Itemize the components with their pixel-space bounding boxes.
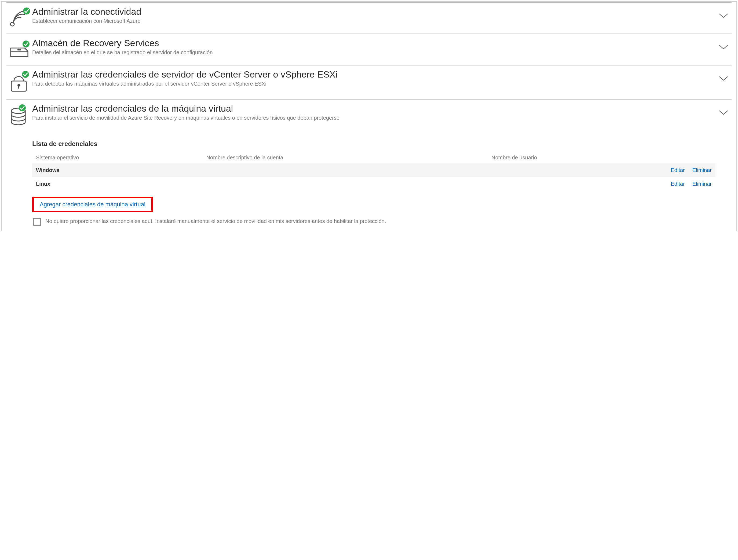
col-os: Sistema operativo (32, 152, 203, 163)
lock-icon (6, 69, 32, 93)
vault-icon (6, 38, 32, 59)
svg-rect-6 (18, 86, 19, 88)
section-vault[interactable]: Almacén de Recovery Services Detalles de… (6, 34, 732, 65)
vm-credentials-content: Lista de credenciales Sistema operativo … (32, 140, 715, 226)
opt-out-row: No quiero proporcionar las credenciales … (32, 217, 715, 226)
svg-point-7 (22, 71, 29, 78)
credentials-table: Sistema operativo Nombre descriptivo de … (32, 152, 715, 191)
section-vm-credentials[interactable]: Administrar las credenciales de la máqui… (6, 99, 732, 129)
connectivity-subtitle: Establecer comunicación con Microsoft Az… (32, 17, 713, 24)
cell-os: Linux (32, 177, 203, 191)
expand-collapse-icon[interactable] (715, 6, 732, 18)
cell-user (488, 177, 667, 191)
svg-point-0 (10, 22, 14, 26)
table-row: Linux Editar Eliminar (32, 177, 715, 191)
svg-point-1 (23, 8, 30, 14)
credentials-list-title: Lista de credenciales (32, 140, 715, 147)
svg-point-9 (19, 104, 26, 111)
vault-subtitle: Detalles del almacén en el que se ha reg… (32, 49, 713, 56)
config-panel: Administrar la conectividad Establecer c… (1, 1, 737, 231)
cell-os: Windows (32, 163, 203, 177)
svg-rect-2 (17, 49, 21, 50)
vcenter-title: Administrar las credenciales de servidor… (32, 69, 713, 80)
svg-point-3 (23, 40, 29, 47)
col-friendly: Nombre descriptivo de la cuenta (203, 152, 488, 163)
delete-link[interactable]: Eliminar (689, 163, 715, 177)
section-vcenter-credentials[interactable]: Administrar las credenciales de servidor… (6, 65, 732, 99)
connectivity-icon (6, 6, 32, 28)
opt-out-checkbox[interactable] (33, 218, 41, 226)
section-connectivity[interactable]: Administrar la conectividad Establecer c… (6, 2, 732, 34)
table-row: Windows Editar Eliminar (32, 163, 715, 177)
col-user: Nombre de usuario (488, 152, 667, 163)
add-vm-credentials-link[interactable]: Agregar credenciales de máquina virtual (40, 201, 145, 208)
expand-collapse-icon[interactable] (715, 103, 732, 115)
vcenter-subtitle: Para detectar las máquinas virtuales adm… (32, 80, 713, 87)
cell-friendly (203, 163, 488, 177)
add-vm-credentials-highlight: Agregar credenciales de máquina virtual (32, 197, 153, 212)
cell-friendly (203, 177, 488, 191)
edit-link[interactable]: Editar (667, 163, 689, 177)
vmcred-subtitle: Para instalar el servicio de movilidad d… (32, 114, 713, 121)
cell-user (488, 163, 667, 177)
expand-collapse-icon[interactable] (715, 69, 732, 81)
delete-link[interactable]: Eliminar (689, 177, 715, 191)
vault-title: Almacén de Recovery Services (32, 38, 713, 48)
vmcred-title: Administrar las credenciales de la máqui… (32, 103, 713, 114)
expand-collapse-icon[interactable] (715, 38, 732, 50)
edit-link[interactable]: Editar (667, 177, 689, 191)
connectivity-title: Administrar la conectividad (32, 6, 713, 17)
opt-out-text: No quiero proporcionar las credenciales … (45, 217, 386, 225)
database-icon (6, 103, 32, 127)
